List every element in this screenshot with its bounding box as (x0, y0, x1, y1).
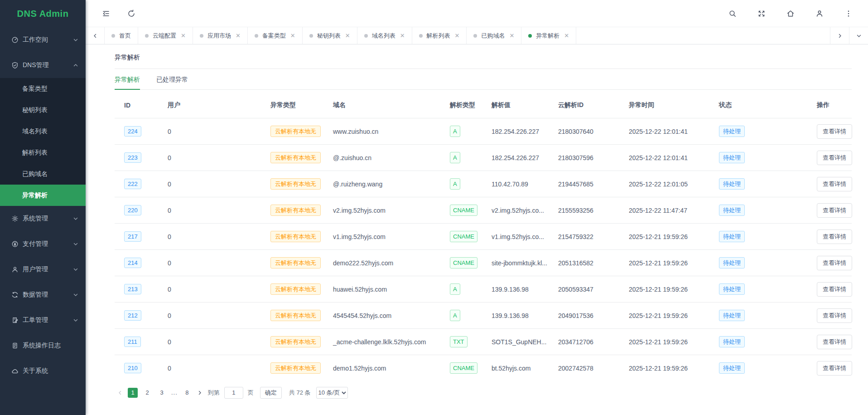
cell-cloud-id: 2051316582 (558, 250, 629, 276)
sidebar-item-label: DNS管理 (23, 61, 73, 69)
tabs-menu-button[interactable] (849, 27, 868, 44)
tab-app-market[interactable]: 应用市场✕ (193, 27, 248, 44)
close-icon[interactable]: ✕ (564, 33, 569, 39)
cell-user: 0 (168, 224, 270, 250)
cell-record-type: A (450, 118, 492, 145)
tab-status-dot (473, 34, 477, 38)
fullscreen-icon[interactable] (755, 7, 768, 20)
close-icon[interactable]: ✕ (236, 33, 241, 39)
sidebar-item-payment-manage[interactable]: 支付管理 (0, 231, 86, 257)
sidebar-item-system-log[interactable]: 系统操作日志 (0, 333, 86, 358)
close-icon[interactable]: ✕ (455, 33, 460, 39)
page-size-select[interactable]: 10 条/页 (316, 387, 348, 399)
sidebar-item-workspace[interactable]: 工作空间 (0, 27, 86, 53)
abnormal-type-badge: 云解析有本地无 (270, 205, 321, 216)
sidebar-item-beian-type[interactable]: 备案类型 (0, 78, 86, 99)
close-icon[interactable]: ✕ (181, 33, 186, 39)
sidebar-item-system-manage[interactable]: 系统管理 (0, 206, 86, 231)
table-header-row: ID用户异常类型域名解析类型解析值云解析ID异常时间状态操作 (115, 90, 852, 118)
pagination-confirm-button[interactable]: 确定 (260, 387, 282, 399)
sidebar-item-record-list[interactable]: 解析列表 (0, 142, 86, 163)
close-icon[interactable]: ✕ (290, 33, 295, 39)
tab-cloud-config[interactable]: 云端配置✕ (138, 27, 193, 44)
pagination-prev-button[interactable] (115, 387, 125, 398)
cell-action: 查看详情 (817, 145, 852, 171)
tabs-scroll-right-button[interactable] (830, 27, 849, 44)
view-details-button[interactable]: 查看详情 (817, 151, 852, 165)
view-details-button[interactable]: 查看详情 (817, 361, 852, 376)
close-icon[interactable]: ✕ (509, 33, 514, 39)
table-row: 2200云解析有本地无v2.img.52hyjs.comCNAMEv2.img.… (115, 197, 852, 224)
more-options-icon[interactable] (842, 7, 855, 20)
tab-record-list[interactable]: 解析列表✕ (412, 27, 467, 44)
sidebar-submenu-dns-manage: 备案类型秘钥列表域名列表解析列表已购域名异常解析 (0, 78, 86, 206)
tab-domain-list[interactable]: 域名列表✕ (357, 27, 412, 44)
view-details-button[interactable]: 查看详情 (817, 282, 852, 297)
id-badge: 212 (124, 310, 141, 321)
sidebar-item-ticket-manage[interactable]: 工单管理 (0, 308, 86, 333)
user-avatar-icon[interactable] (813, 7, 826, 20)
refresh-icon[interactable] (125, 7, 138, 20)
cell-user: 0 (168, 303, 270, 329)
pagination-page-3[interactable]: 3 (157, 388, 167, 398)
view-details-button[interactable]: 查看详情 (817, 124, 852, 139)
tab-label: 首页 (119, 32, 131, 40)
collapse-sidebar-icon[interactable] (99, 7, 113, 20)
sidebar-item-data-manage[interactable]: 数据管理 (0, 282, 86, 308)
cell-cloud-id: 2049017536 (558, 303, 629, 329)
view-details-button[interactable]: 查看详情 (817, 177, 852, 191)
sidebar-item-abnormal-records[interactable]: 异常解析 (0, 185, 86, 206)
gear-icon (11, 215, 19, 222)
pagination-page-2[interactable]: 2 (142, 388, 152, 398)
sidebar-item-dns-manage[interactable]: DNS管理 (0, 53, 86, 78)
cell-abnormal-type: 云解析有本地无 (270, 145, 333, 171)
cell-id: 223 (115, 145, 168, 171)
tab-label: 云端配置 (153, 32, 176, 40)
view-details-button[interactable]: 查看详情 (817, 308, 852, 323)
sidebar-item-domain-list[interactable]: 域名列表 (0, 121, 86, 142)
cell-domain: v1.img.52hyjs.com (333, 224, 450, 250)
cell-status: 待处理 (719, 276, 817, 303)
sidebar-item-about-system[interactable]: 关于系统 (0, 358, 86, 384)
cell-user: 0 (168, 171, 270, 197)
tab-home[interactable]: 首页 (105, 27, 138, 44)
pagination-page-1[interactable]: 1 (128, 388, 138, 398)
cell-cloud-id: 2034712706 (558, 329, 629, 355)
cell-domain: huawei.52hyjs.com (333, 276, 450, 303)
tab-status-dot (309, 34, 313, 38)
tab-purchased-domains[interactable]: 已购域名✕ (467, 27, 521, 44)
log-icon (11, 342, 19, 349)
pagination-goto-input[interactable] (224, 387, 243, 399)
view-details-button[interactable]: 查看详情 (817, 229, 852, 244)
sidebar-item-key-list[interactable]: 秘钥列表 (0, 99, 86, 121)
close-icon[interactable]: ✕ (345, 33, 350, 39)
cell-id: 222 (115, 171, 168, 197)
pagination: 123...8 到第 页 确定 共 72 条 10 条/页 (115, 387, 852, 399)
search-icon[interactable] (726, 7, 739, 20)
tab-key-list[interactable]: 秘钥列表✕ (303, 27, 357, 44)
tab-abnormal-records[interactable]: 异常解析✕ (521, 27, 576, 44)
view-details-button[interactable]: 查看详情 (817, 256, 852, 270)
cell-value: bt.52hyjs.com (492, 355, 558, 381)
chevron-up-icon (73, 63, 78, 68)
content-tab-abnormal[interactable]: 异常解析 (115, 76, 140, 90)
cell-value: SOT1S_GupNEH... (492, 329, 558, 355)
tab-beian-type[interactable]: 备案类型✕ (248, 27, 303, 44)
sidebar-item-purchased-domains[interactable]: 已购域名 (0, 163, 86, 185)
close-icon[interactable]: ✕ (400, 33, 405, 39)
pagination-next-button[interactable] (194, 387, 205, 398)
cell-domain: v2.img.52hyjs.com (333, 197, 450, 224)
cell-cloud-id: 2180307596 (558, 145, 629, 171)
cell-abnormal-type: 云解析有本地无 (270, 118, 333, 145)
content-tab-handled[interactable]: 已处理异常 (156, 76, 188, 89)
column-header: 操作 (817, 90, 852, 118)
pagination-page-8[interactable]: 8 (182, 388, 192, 398)
home-icon[interactable] (784, 7, 797, 20)
cell-abnormal-type: 云解析有本地无 (270, 250, 333, 276)
tabs-scroll-left-button[interactable] (86, 27, 105, 44)
record-type-badge: CNAME (450, 231, 477, 242)
tab-status-dot (145, 34, 149, 38)
sidebar-item-user-manage[interactable]: 用户管理 (0, 257, 86, 282)
view-details-button[interactable]: 查看详情 (817, 203, 852, 218)
view-details-button[interactable]: 查看详情 (817, 335, 852, 349)
